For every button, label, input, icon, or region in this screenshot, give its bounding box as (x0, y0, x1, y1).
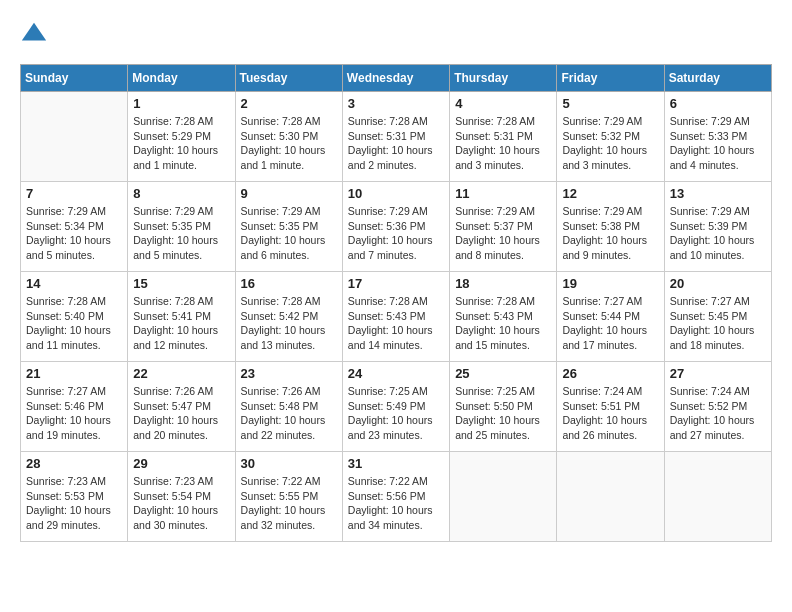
calendar-week-5: 28Sunrise: 7:23 AM Sunset: 5:53 PM Dayli… (21, 452, 772, 542)
calendar-cell: 4Sunrise: 7:28 AM Sunset: 5:31 PM Daylig… (450, 92, 557, 182)
day-info: Sunrise: 7:29 AM Sunset: 5:37 PM Dayligh… (455, 204, 551, 263)
calendar-cell (557, 452, 664, 542)
day-info: Sunrise: 7:28 AM Sunset: 5:31 PM Dayligh… (455, 114, 551, 173)
day-number: 3 (348, 96, 444, 111)
day-info: Sunrise: 7:28 AM Sunset: 5:41 PM Dayligh… (133, 294, 229, 353)
calendar-cell: 23Sunrise: 7:26 AM Sunset: 5:48 PM Dayli… (235, 362, 342, 452)
calendar-cell: 16Sunrise: 7:28 AM Sunset: 5:42 PM Dayli… (235, 272, 342, 362)
day-info: Sunrise: 7:29 AM Sunset: 5:35 PM Dayligh… (241, 204, 337, 263)
calendar-cell: 7Sunrise: 7:29 AM Sunset: 5:34 PM Daylig… (21, 182, 128, 272)
day-info: Sunrise: 7:23 AM Sunset: 5:54 PM Dayligh… (133, 474, 229, 533)
day-info: Sunrise: 7:26 AM Sunset: 5:48 PM Dayligh… (241, 384, 337, 443)
day-info: Sunrise: 7:24 AM Sunset: 5:52 PM Dayligh… (670, 384, 766, 443)
calendar-cell: 5Sunrise: 7:29 AM Sunset: 5:32 PM Daylig… (557, 92, 664, 182)
calendar-cell: 12Sunrise: 7:29 AM Sunset: 5:38 PM Dayli… (557, 182, 664, 272)
calendar-cell (664, 452, 771, 542)
day-number: 8 (133, 186, 229, 201)
calendar-cell: 6Sunrise: 7:29 AM Sunset: 5:33 PM Daylig… (664, 92, 771, 182)
day-number: 31 (348, 456, 444, 471)
day-number: 25 (455, 366, 551, 381)
header-cell-friday: Friday (557, 65, 664, 92)
calendar-cell: 10Sunrise: 7:29 AM Sunset: 5:36 PM Dayli… (342, 182, 449, 272)
calendar-week-2: 7Sunrise: 7:29 AM Sunset: 5:34 PM Daylig… (21, 182, 772, 272)
calendar-cell: 22Sunrise: 7:26 AM Sunset: 5:47 PM Dayli… (128, 362, 235, 452)
calendar-cell (450, 452, 557, 542)
calendar-cell: 1Sunrise: 7:28 AM Sunset: 5:29 PM Daylig… (128, 92, 235, 182)
day-info: Sunrise: 7:29 AM Sunset: 5:32 PM Dayligh… (562, 114, 658, 173)
day-number: 4 (455, 96, 551, 111)
calendar-cell: 18Sunrise: 7:28 AM Sunset: 5:43 PM Dayli… (450, 272, 557, 362)
day-info: Sunrise: 7:28 AM Sunset: 5:42 PM Dayligh… (241, 294, 337, 353)
header-cell-thursday: Thursday (450, 65, 557, 92)
day-info: Sunrise: 7:29 AM Sunset: 5:38 PM Dayligh… (562, 204, 658, 263)
day-info: Sunrise: 7:29 AM Sunset: 5:33 PM Dayligh… (670, 114, 766, 173)
day-info: Sunrise: 7:22 AM Sunset: 5:56 PM Dayligh… (348, 474, 444, 533)
calendar-header-row: SundayMondayTuesdayWednesdayThursdayFrid… (21, 65, 772, 92)
day-number: 21 (26, 366, 122, 381)
day-info: Sunrise: 7:28 AM Sunset: 5:29 PM Dayligh… (133, 114, 229, 173)
day-info: Sunrise: 7:28 AM Sunset: 5:40 PM Dayligh… (26, 294, 122, 353)
day-number: 9 (241, 186, 337, 201)
calendar-cell: 19Sunrise: 7:27 AM Sunset: 5:44 PM Dayli… (557, 272, 664, 362)
day-info: Sunrise: 7:26 AM Sunset: 5:47 PM Dayligh… (133, 384, 229, 443)
header-cell-monday: Monday (128, 65, 235, 92)
calendar-week-1: 1Sunrise: 7:28 AM Sunset: 5:29 PM Daylig… (21, 92, 772, 182)
calendar-cell: 30Sunrise: 7:22 AM Sunset: 5:55 PM Dayli… (235, 452, 342, 542)
day-number: 24 (348, 366, 444, 381)
logo (20, 20, 52, 48)
day-info: Sunrise: 7:24 AM Sunset: 5:51 PM Dayligh… (562, 384, 658, 443)
header-cell-sunday: Sunday (21, 65, 128, 92)
calendar-cell: 2Sunrise: 7:28 AM Sunset: 5:30 PM Daylig… (235, 92, 342, 182)
day-info: Sunrise: 7:28 AM Sunset: 5:31 PM Dayligh… (348, 114, 444, 173)
day-info: Sunrise: 7:27 AM Sunset: 5:45 PM Dayligh… (670, 294, 766, 353)
calendar-cell (21, 92, 128, 182)
day-info: Sunrise: 7:29 AM Sunset: 5:34 PM Dayligh… (26, 204, 122, 263)
day-number: 11 (455, 186, 551, 201)
calendar-cell: 29Sunrise: 7:23 AM Sunset: 5:54 PM Dayli… (128, 452, 235, 542)
calendar-cell: 25Sunrise: 7:25 AM Sunset: 5:50 PM Dayli… (450, 362, 557, 452)
day-number: 10 (348, 186, 444, 201)
calendar-cell: 20Sunrise: 7:27 AM Sunset: 5:45 PM Dayli… (664, 272, 771, 362)
day-info: Sunrise: 7:25 AM Sunset: 5:49 PM Dayligh… (348, 384, 444, 443)
page-header (20, 20, 772, 48)
day-info: Sunrise: 7:29 AM Sunset: 5:36 PM Dayligh… (348, 204, 444, 263)
day-number: 22 (133, 366, 229, 381)
day-number: 30 (241, 456, 337, 471)
day-number: 15 (133, 276, 229, 291)
day-number: 26 (562, 366, 658, 381)
day-number: 29 (133, 456, 229, 471)
header-cell-saturday: Saturday (664, 65, 771, 92)
svg-marker-0 (22, 23, 46, 41)
day-number: 17 (348, 276, 444, 291)
day-number: 27 (670, 366, 766, 381)
day-number: 1 (133, 96, 229, 111)
day-info: Sunrise: 7:25 AM Sunset: 5:50 PM Dayligh… (455, 384, 551, 443)
calendar-week-4: 21Sunrise: 7:27 AM Sunset: 5:46 PM Dayli… (21, 362, 772, 452)
calendar-cell: 31Sunrise: 7:22 AM Sunset: 5:56 PM Dayli… (342, 452, 449, 542)
day-info: Sunrise: 7:29 AM Sunset: 5:35 PM Dayligh… (133, 204, 229, 263)
day-info: Sunrise: 7:28 AM Sunset: 5:30 PM Dayligh… (241, 114, 337, 173)
header-cell-tuesday: Tuesday (235, 65, 342, 92)
calendar-cell: 14Sunrise: 7:28 AM Sunset: 5:40 PM Dayli… (21, 272, 128, 362)
header-cell-wednesday: Wednesday (342, 65, 449, 92)
logo-icon (20, 20, 48, 48)
calendar-cell: 15Sunrise: 7:28 AM Sunset: 5:41 PM Dayli… (128, 272, 235, 362)
calendar-cell: 11Sunrise: 7:29 AM Sunset: 5:37 PM Dayli… (450, 182, 557, 272)
day-info: Sunrise: 7:28 AM Sunset: 5:43 PM Dayligh… (348, 294, 444, 353)
day-number: 28 (26, 456, 122, 471)
day-number: 6 (670, 96, 766, 111)
calendar-cell: 13Sunrise: 7:29 AM Sunset: 5:39 PM Dayli… (664, 182, 771, 272)
day-number: 19 (562, 276, 658, 291)
calendar-cell: 28Sunrise: 7:23 AM Sunset: 5:53 PM Dayli… (21, 452, 128, 542)
calendar-cell: 8Sunrise: 7:29 AM Sunset: 5:35 PM Daylig… (128, 182, 235, 272)
calendar-cell: 17Sunrise: 7:28 AM Sunset: 5:43 PM Dayli… (342, 272, 449, 362)
calendar-cell: 26Sunrise: 7:24 AM Sunset: 5:51 PM Dayli… (557, 362, 664, 452)
day-number: 7 (26, 186, 122, 201)
day-info: Sunrise: 7:23 AM Sunset: 5:53 PM Dayligh… (26, 474, 122, 533)
day-number: 16 (241, 276, 337, 291)
day-number: 23 (241, 366, 337, 381)
calendar-table: SundayMondayTuesdayWednesdayThursdayFrid… (20, 64, 772, 542)
calendar-cell: 27Sunrise: 7:24 AM Sunset: 5:52 PM Dayli… (664, 362, 771, 452)
day-number: 2 (241, 96, 337, 111)
calendar-cell: 3Sunrise: 7:28 AM Sunset: 5:31 PM Daylig… (342, 92, 449, 182)
